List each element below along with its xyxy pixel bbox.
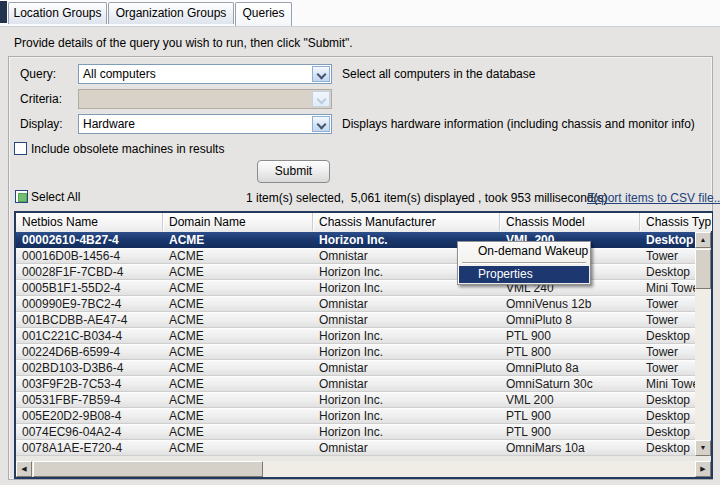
table-row[interactable]: 002BD103-D3B6-4ACMEOmnistarOmniPluto 8aT… (16, 360, 711, 376)
criteria-dropdown (78, 89, 332, 109)
table-cell: 003F9F2B-7C53-4 (16, 376, 163, 392)
table-cell: ACME (163, 312, 313, 328)
tab-location-groups[interactable]: Location Groups (8, 2, 107, 24)
column-header-chassis-manufacturer[interactable]: Chassis Manufacturer (313, 213, 500, 231)
results-grid: Netbios Name Domain Name Chassis Manufac… (14, 211, 713, 479)
column-header-domain-name[interactable]: Domain Name (163, 213, 313, 231)
table-cell: 00028F1F-7CBD-4 (16, 264, 163, 280)
table-cell: PTL 900 (500, 328, 640, 344)
export-csv-link[interactable]: Export items to CSV file... (587, 191, 720, 205)
table-row[interactable]: 005E20D2-9B08-4ACMEHorizon Inc.PTL 900De… (16, 408, 711, 424)
table-cell: OmniPluto 8 (500, 312, 640, 328)
table-cell: PTL 900 (500, 408, 640, 424)
table-cell: ACME (163, 232, 313, 248)
vertical-scrollbar[interactable]: ▲ ▼ (695, 232, 711, 456)
table-cell: 0005B1F1-55D2-4 (16, 280, 163, 296)
table-row[interactable]: 00016D0B-1456-4ACMEOmnistarTower (16, 248, 711, 264)
partial-check-icon (18, 193, 27, 202)
scroll-up-button[interactable]: ▲ (695, 232, 711, 248)
scroll-up-icon: ▲ (700, 236, 707, 243)
table-row[interactable]: 00028F1F-7CBD-4ACMEHorizon Inc.Desktop (16, 264, 711, 280)
table-cell: ACME (163, 296, 313, 312)
criteria-dropdown-button (312, 91, 330, 107)
scroll-left-icon: ◀ (21, 465, 26, 472)
menu-item-properties[interactable]: Properties (459, 266, 589, 283)
include-obsolete-checkbox[interactable] (14, 142, 27, 155)
table-cell: ACME (163, 376, 313, 392)
menu-separator (462, 262, 586, 264)
table-cell: 002BD103-D3B6-4 (16, 360, 163, 376)
scroll-down-icon: ▼ (700, 444, 707, 451)
table-cell: 0074EC96-04A2-4 (16, 424, 163, 440)
scroll-left-button[interactable]: ◀ (16, 461, 32, 477)
column-header-chassis-model[interactable]: Chassis Model (500, 213, 640, 231)
window-edge-decoration (0, 1, 7, 23)
table-row[interactable]: 001C221C-B034-4ACMEHorizon Inc.PTL 900De… (16, 328, 711, 344)
table-cell: Omnistar (313, 376, 500, 392)
select-all-checkbox[interactable] (15, 190, 28, 203)
table-cell: ACME (163, 440, 313, 456)
table-cell: PTL 800 (500, 344, 640, 360)
menu-item-on-demand-wakeup[interactable]: On-demand Wakeup (459, 243, 589, 260)
table-row[interactable]: 0078A1AE-E720-4ACMEOmnistarOmniMars 10aD… (16, 440, 711, 456)
context-menu: On-demand Wakeup Properties (457, 241, 591, 285)
table-rows: 00002610-4B27-4ACMEHorizon Inc.VML 200De… (16, 232, 711, 456)
table-row[interactable]: 0005B1F1-55D2-4ACMEHorizon Inc.VML 240Mi… (16, 280, 711, 296)
table-cell: OmniVenus 12b (500, 296, 640, 312)
table-cell: ACME (163, 280, 313, 296)
query-dropdown-button[interactable] (312, 66, 330, 82)
table-cell: OmniMars 10a (500, 440, 640, 456)
display-dropdown-button[interactable] (312, 116, 330, 132)
table-cell: ACME (163, 344, 313, 360)
table-cell: 00224D6B-6599-4 (16, 344, 163, 360)
vertical-scroll-thumb[interactable] (695, 249, 711, 289)
display-description: Displays hardware information (including… (342, 117, 695, 131)
table-cell: 001C221C-B034-4 (16, 328, 163, 344)
table-cell: 0078A1AE-E720-4 (16, 440, 163, 456)
table-row[interactable]: 0074EC96-04A2-4ACMEHorizon Inc.PTL 900De… (16, 424, 711, 440)
table-row[interactable]: 003F9F2B-7C53-4ACMEOmnistarOmniSaturn 30… (16, 376, 711, 392)
table-row[interactable]: 00002610-4B27-4ACMEHorizon Inc.VML 200De… (16, 232, 711, 248)
table-cell: PTL 900 (500, 424, 640, 440)
column-header-netbios-name[interactable]: Netbios Name (16, 213, 163, 231)
submit-button[interactable]: Submit (257, 160, 330, 183)
tab-queries[interactable]: Queries (235, 2, 292, 26)
scroll-right-button[interactable]: ▶ (695, 461, 711, 477)
scroll-down-button[interactable]: ▼ (695, 440, 711, 456)
table-cell: Horizon Inc. (313, 424, 500, 440)
tab-organization-groups[interactable]: Organization Groups (108, 2, 234, 24)
table-cell: Horizon Inc. (313, 392, 500, 408)
table-cell: 005E20D2-9B08-4 (16, 408, 163, 424)
table-row[interactable]: 00531FBF-7B59-4ACMEHorizon Inc.VML 200De… (16, 392, 711, 408)
scroll-right-icon: ▶ (700, 465, 705, 472)
query-dropdown-value: All computers (83, 67, 156, 82)
results-status-text: 1 item(s) selected, 5,061 item(s) displa… (246, 191, 607, 205)
table-cell: Horizon Inc. (313, 328, 500, 344)
display-dropdown[interactable]: Hardware (78, 114, 332, 134)
chevron-down-icon (317, 95, 327, 105)
include-obsolete-label: Include obsolete machines in results (31, 142, 224, 156)
instruction-text: Provide details of the query you wish to… (14, 36, 353, 50)
horizontal-scrollbar[interactable]: ◀ ▶ (16, 461, 711, 477)
select-all-label: Select All (31, 190, 80, 204)
criteria-label: Criteria: (20, 92, 62, 106)
horizontal-scroll-thumb[interactable] (33, 461, 263, 477)
table-row[interactable]: 001BCDBB-AE47-4ACMEOmnistarOmniPluto 8To… (16, 312, 711, 328)
table-row[interactable]: 000990E9-7BC2-4ACMEOmnistarOmniVenus 12b… (16, 296, 711, 312)
table-cell: Omnistar (313, 312, 500, 328)
table-cell: ACME (163, 248, 313, 264)
table-cell: 000990E9-7BC2-4 (16, 296, 163, 312)
table-cell: ACME (163, 360, 313, 376)
query-dropdown[interactable]: All computers (78, 64, 332, 84)
table-cell: Horizon Inc. (313, 408, 500, 424)
table-cell: Omnistar (313, 296, 500, 312)
table-cell: ACME (163, 328, 313, 344)
query-label: Query: (20, 67, 56, 81)
table-cell: OmniSaturn 30c (500, 376, 640, 392)
table-cell: 001BCDBB-AE47-4 (16, 312, 163, 328)
table-cell: VML 200 (500, 392, 640, 408)
query-description: Select all computers in the database (342, 67, 535, 81)
column-header-chassis-type[interactable]: Chassis Type (640, 213, 711, 231)
table-cell: Omnistar (313, 360, 500, 376)
table-row[interactable]: 00224D6B-6599-4ACMEHorizon Inc.PTL 800To… (16, 344, 711, 360)
